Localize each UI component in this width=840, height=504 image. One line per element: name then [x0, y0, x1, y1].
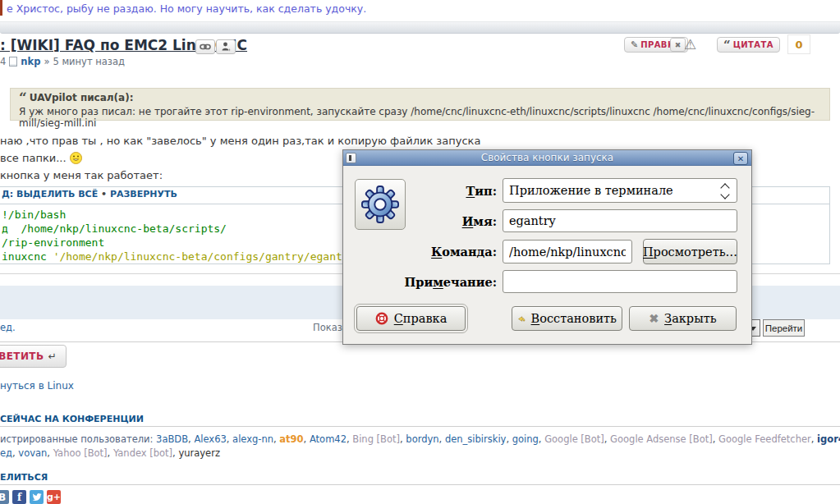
- dialog-title: Свойства кнопки запуска: [343, 152, 751, 163]
- online-user[interactable]: den_sibirskiy: [445, 433, 506, 445]
- twitter-bird-icon: [30, 491, 43, 503]
- report-warning-icon[interactable]: ⚠: [684, 36, 696, 53]
- comment-input[interactable]: [503, 270, 737, 293]
- separator-line: [0, 484, 840, 485]
- type-combobox[interactable]: Приложение в терминале: [503, 178, 737, 203]
- online-user[interactable]: Atom42: [310, 433, 347, 445]
- grin-smiley-icon: [70, 152, 82, 164]
- quote-button[interactable]: “ ЦИТАТА: [717, 37, 780, 53]
- type-label: Тип:: [345, 184, 497, 198]
- comment-label: Примечание:: [345, 275, 497, 289]
- close-x-icon: ✖: [649, 312, 659, 325]
- online-user[interactable]: bordyn: [406, 433, 438, 445]
- vk-icon: B: [0, 492, 6, 503]
- online-user[interactable]: alexg-nn: [232, 433, 273, 445]
- go-button[interactable]: Перейти: [763, 319, 805, 337]
- online-user[interactable]: at90: [279, 433, 303, 445]
- separator-line: [0, 426, 840, 427]
- close-button[interactable]: ✖ Закрыть: [629, 306, 737, 331]
- online-user[interactable]: 3aBDB: [156, 433, 188, 445]
- permalink-button[interactable]: [195, 39, 215, 54]
- quote-block: “UAVpilot писал(а): Я уж много раз писал…: [10, 88, 830, 121]
- person-icon: [222, 42, 231, 52]
- online-users-line2: ед, vovan, Yahoo [Bot], Yandex [bot], yu…: [0, 447, 220, 459]
- online-user: Google Adsense [Bot]: [610, 433, 713, 445]
- expand-link[interactable]: РАЗВЕРНУТЬ: [110, 189, 177, 199]
- code-label: Д:: [2, 189, 13, 199]
- user-list: ед, vovan, Yahoo [Bot], Yandex [bot], yu…: [0, 447, 220, 459]
- close-icon[interactable]: ✕: [733, 152, 748, 165]
- registered-users-label: истрированные пользователи:: [0, 433, 153, 445]
- topic-author-button[interactable]: [216, 39, 236, 54]
- return-to-forum-link[interactable]: нуться в Linux: [0, 380, 74, 392]
- online-user: Google Feedfetcher: [718, 433, 811, 445]
- online-user: Yandex [bot]: [113, 447, 172, 459]
- post-paragraph: все папки...: [0, 152, 82, 164]
- author-link[interactable]: nkp: [21, 56, 40, 67]
- googleplus-icon: g+: [47, 492, 61, 502]
- user-list: 3aBDB, Alex63, alexg-nn, at90, Atom42, B…: [156, 433, 840, 445]
- reply-button[interactable]: ОТВЕТИТЬ ↵: [0, 345, 67, 368]
- post-time: 5 минут назад: [53, 56, 124, 67]
- post-divider-bar: [0, 21, 840, 34]
- post-paragraph: наю ,что прав ты , но как "завелось" у м…: [0, 135, 480, 147]
- help-lifebuoy-icon: [375, 312, 388, 325]
- x-icon: ✖: [675, 41, 682, 49]
- name-input[interactable]: [503, 209, 737, 232]
- browse-button[interactable]: Просмотреть…: [643, 239, 737, 264]
- select-all-link[interactable]: ВЫДЕЛИТЬ ВСЁ: [16, 189, 98, 199]
- online-header: СЕЙЧАС НА КОНФЕРЕНЦИИ: [0, 414, 144, 424]
- reply-arrow-icon: ↵: [48, 351, 57, 362]
- restore-button[interactable]: Восстановить: [512, 306, 622, 331]
- cut-image-sliver: [0, 0, 2, 16]
- googleplus-share-button[interactable]: g+: [47, 490, 61, 504]
- prev-page-link[interactable]: ед.: [0, 322, 16, 333]
- undo-arrow-icon: [517, 313, 526, 325]
- facebook-icon: f: [17, 492, 21, 503]
- online-user[interactable]: ед: [0, 447, 12, 459]
- online-user: Google [Bot]: [544, 433, 604, 445]
- online-user[interactable]: vovan: [18, 447, 47, 459]
- quote-author: UAVpilot писал(а):: [30, 92, 134, 103]
- forum-page: е Христос, рыбу не раздаю. Но могу научи…: [0, 0, 840, 504]
- online-user[interactable]: igor44: [817, 433, 840, 445]
- online-user[interactable]: going: [512, 433, 539, 445]
- command-input[interactable]: [503, 240, 632, 263]
- type-value: Приложение в терминале: [509, 179, 673, 202]
- open-quote-icon: “: [19, 89, 27, 106]
- online-user: Bing [Bot]: [352, 433, 400, 445]
- page-icon: [9, 57, 17, 66]
- post-paragraph: кнопка у меня так работает:: [0, 169, 163, 181]
- post-meta: 4 nkp » 5 минут назад: [0, 56, 125, 67]
- quote-marks-icon: “: [723, 42, 731, 48]
- vk-share-button[interactable]: B: [0, 490, 9, 504]
- online-users-line1: истрированные пользователи: 3aBDB, Alex6…: [0, 433, 840, 445]
- combo-arrows-icon: [721, 184, 729, 199]
- post-rating-badge: 0: [787, 34, 810, 54]
- share-header: ЕЛИТЬСЯ: [0, 472, 48, 483]
- online-user: Yahoo [Bot]: [53, 447, 108, 459]
- facebook-share-button[interactable]: f: [12, 490, 26, 504]
- online-user[interactable]: Alex63: [194, 433, 226, 445]
- reply-count: 4: [0, 56, 6, 67]
- command-label: Команда:: [345, 245, 497, 259]
- signature-text: е Христос, рыбу не раздаю. Но могу научи…: [7, 2, 366, 15]
- pencil-icon: ✎: [631, 39, 638, 50]
- dialog-titlebar[interactable]: Свойства кнопки запуска ✕: [343, 150, 751, 166]
- name-label: Имя:: [345, 214, 497, 228]
- chain-icon: [200, 43, 211, 51]
- quote-text: Я уж много раз писал: не трогайте этот r…: [19, 106, 821, 129]
- help-button[interactable]: Справка: [356, 306, 466, 331]
- online-user: yurayerz: [178, 447, 220, 459]
- twitter-share-button[interactable]: [30, 490, 44, 504]
